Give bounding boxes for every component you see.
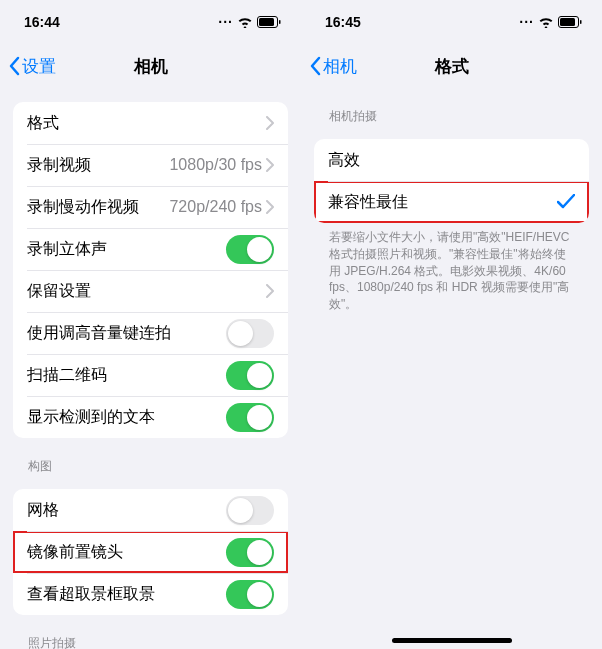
- settings-row[interactable]: 网格: [13, 489, 288, 531]
- svg-rect-5: [580, 20, 582, 24]
- row-label: 网格: [27, 500, 226, 521]
- battery-icon: [558, 16, 582, 28]
- home-indicator[interactable]: [392, 638, 512, 643]
- toggle-switch[interactable]: [226, 496, 274, 525]
- settings-row[interactable]: 录制立体声: [13, 228, 288, 270]
- page-title: 相机: [134, 55, 168, 78]
- row-label: 使用调高音量键连拍: [27, 323, 226, 344]
- back-label: 相机: [323, 55, 357, 78]
- toggle-switch[interactable]: [226, 538, 274, 567]
- settings-row[interactable]: 使用调高音量键连拍: [13, 312, 288, 354]
- settings-row[interactable]: 录制视频1080p/30 fps: [13, 144, 288, 186]
- row-label: 兼容性最佳: [328, 192, 557, 213]
- status-icons: [218, 14, 281, 30]
- checkmark-icon: [557, 194, 575, 210]
- back-button[interactable]: 相机: [309, 55, 357, 78]
- back-button[interactable]: 设置: [8, 55, 56, 78]
- settings-group-composition: 网格镜像前置镜头查看超取景框取景: [13, 489, 288, 615]
- footer-note: 若要缩小文件大小，请使用"高效"HEIF/HEVC 格式拍摄照片和视频。"兼容性…: [329, 229, 574, 313]
- chevron-left-icon: [8, 56, 20, 76]
- settings-content[interactable]: 相机拍摄 高效兼容性最佳 若要缩小文件大小，请使用"高效"HEIF/HEVC 格…: [301, 88, 602, 649]
- status-time: 16:44: [24, 14, 60, 30]
- status-time: 16:45: [325, 14, 361, 30]
- back-label: 设置: [22, 55, 56, 78]
- row-detail: 720p/240 fps: [169, 198, 262, 216]
- settings-row[interactable]: 录制慢动作视频720p/240 fps: [13, 186, 288, 228]
- settings-row[interactable]: 兼容性最佳: [314, 181, 589, 223]
- toggle-switch[interactable]: [226, 403, 274, 432]
- svg-rect-4: [560, 18, 575, 26]
- group-header-capture: 相机拍摄: [329, 108, 574, 125]
- settings-content[interactable]: 格式录制视频1080p/30 fps录制慢动作视频720p/240 fps录制立…: [0, 88, 301, 649]
- chevron-right-icon: [266, 116, 274, 130]
- settings-row[interactable]: 保留设置: [13, 270, 288, 312]
- toggle-switch[interactable]: [226, 235, 274, 264]
- row-label: 查看超取景框取景: [27, 584, 226, 605]
- svg-rect-1: [259, 18, 274, 26]
- status-bar: 16:44: [0, 0, 301, 44]
- row-label: 录制慢动作视频: [27, 197, 169, 218]
- toggle-switch[interactable]: [226, 580, 274, 609]
- format-settings-screen: 16:45 相机 格式 相机拍摄 高效兼容性最佳 若要缩小文件大小，请使用"高效…: [301, 0, 602, 649]
- chevron-right-icon: [266, 284, 274, 298]
- row-label: 高效: [328, 150, 575, 171]
- settings-group-capture: 高效兼容性最佳: [314, 139, 589, 223]
- settings-row[interactable]: 查看超取景框取景: [13, 573, 288, 615]
- settings-group-main: 格式录制视频1080p/30 fps录制慢动作视频720p/240 fps录制立…: [13, 102, 288, 438]
- row-label: 保留设置: [27, 281, 266, 302]
- settings-row[interactable]: 格式: [13, 102, 288, 144]
- chevron-right-icon: [266, 158, 274, 172]
- camera-settings-screen: 16:44 设置 相机 格式录制视频1080p/30 fps录制慢动作视频720…: [0, 0, 301, 649]
- battery-icon: [257, 16, 281, 28]
- wifi-icon: [237, 16, 253, 28]
- status-icons: [519, 14, 582, 30]
- status-bar: 16:45: [301, 0, 602, 44]
- row-label: 扫描二维码: [27, 365, 226, 386]
- chevron-left-icon: [309, 56, 321, 76]
- row-label: 镜像前置镜头: [27, 542, 226, 563]
- row-detail: 1080p/30 fps: [169, 156, 262, 174]
- settings-row[interactable]: 显示检测到的文本: [13, 396, 288, 438]
- navbar: 相机 格式: [301, 44, 602, 88]
- settings-row[interactable]: 扫描二维码: [13, 354, 288, 396]
- navbar: 设置 相机: [0, 44, 301, 88]
- page-title: 格式: [435, 55, 469, 78]
- settings-row[interactable]: 高效: [314, 139, 589, 181]
- row-label: 格式: [27, 113, 266, 134]
- chevron-right-icon: [266, 200, 274, 214]
- more-icon: [519, 14, 534, 30]
- wifi-icon: [538, 16, 554, 28]
- row-label: 显示检测到的文本: [27, 407, 226, 428]
- group-header-composition: 构图: [28, 458, 273, 475]
- row-label: 录制视频: [27, 155, 169, 176]
- more-icon: [218, 14, 233, 30]
- row-label: 录制立体声: [27, 239, 226, 260]
- toggle-switch[interactable]: [226, 319, 274, 348]
- settings-row[interactable]: 镜像前置镜头: [13, 531, 288, 573]
- group-header-photo: 照片拍摄: [28, 635, 273, 649]
- toggle-switch[interactable]: [226, 361, 274, 390]
- svg-rect-2: [279, 20, 281, 24]
